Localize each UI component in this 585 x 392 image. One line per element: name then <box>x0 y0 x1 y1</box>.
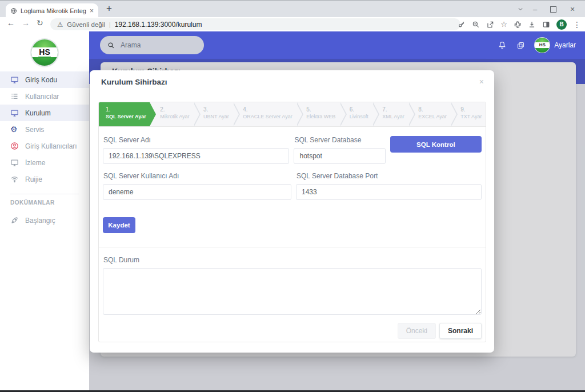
wizard-steps: 1. SQL Server Ayar 2. Mikrotik Ayar 3. U… <box>99 102 486 127</box>
bookmark-star-icon[interactable]: ☆ <box>500 20 507 29</box>
window-maximize-button[interactable] <box>550 2 556 16</box>
list-icon <box>10 92 19 101</box>
sql-status-textarea[interactable] <box>103 268 482 315</box>
browser-tab[interactable]: Loglama Mikrotik Entegrasyon Gi × <box>6 3 98 18</box>
forward-button[interactable]: → <box>22 18 30 27</box>
step-oracle[interactable]: 4. ORACLE Server Ayar <box>233 102 296 126</box>
extensions-puzzle-icon[interactable] <box>514 21 522 29</box>
browser-tab-strip: Loglama Mikrotik Entegrasyon Gi × + – × <box>0 0 585 18</box>
step-mikrotik[interactable]: 2. Mikrotik Ayar <box>150 102 193 126</box>
user-avatar: HS <box>535 38 550 53</box>
settings-label: Ayarlar <box>554 41 576 49</box>
database-label: SQL Server Database <box>294 136 385 144</box>
sidebar-item-label: Kurulum <box>25 109 51 117</box>
username-label: SQL Server Kullanıcı Adı <box>103 172 291 180</box>
back-button[interactable]: ← <box>7 18 15 27</box>
bell-icon[interactable] <box>498 41 507 50</box>
sidebar-item-label: Ruijie <box>25 175 42 183</box>
tab-search-chevron-icon[interactable] <box>517 2 524 16</box>
sidebar-item-label: Servis <box>25 126 44 134</box>
sidebar-item-label: Başlangıç <box>25 217 55 225</box>
sidebar-item-label: Giriş Kodu <box>25 76 57 84</box>
step-sql-server[interactable]: 1. SQL Server Ayar <box>99 102 150 126</box>
sidebar-divider <box>10 194 79 194</box>
sidebar-item-giris-kullanicilari[interactable]: Giriş Kullanıcıları <box>0 138 89 154</box>
address-bar[interactable]: ⚠ Güvenli değil | 192.168.1.139:3000/kur… <box>50 18 460 30</box>
screenshot-root: Loglama Mikrotik Entegrasyon Gi × + – × … <box>0 0 585 392</box>
sql-status-label: SQL Durum <box>103 256 482 264</box>
window-minimize-button[interactable]: – <box>533 2 537 16</box>
search-pill[interactable] <box>100 36 204 54</box>
sidebar-item-izleme[interactable]: İzleme <box>0 154 89 171</box>
gear-icon: ⚙ <box>10 125 19 134</box>
server-name-input[interactable] <box>103 148 289 164</box>
new-tab-button[interactable]: + <box>106 3 112 14</box>
share-icon[interactable] <box>486 21 494 29</box>
setup-wizard-dialog: Kurulum Sihirbazı × 1. SQL Server Ayar 2… <box>90 70 494 353</box>
sidebar-item-baslangic[interactable]: Başlangıç <box>0 212 89 229</box>
tab-title: Loglama Mikrotik Entegrasyon Gi <box>21 7 86 14</box>
app-topbar: HS Ayarlar <box>89 31 585 59</box>
app-logo-text: HS <box>38 47 50 58</box>
app-logo: HS <box>31 39 58 66</box>
close-icon[interactable]: × <box>479 78 484 86</box>
download-icon[interactable] <box>528 21 536 29</box>
monitor-icon <box>10 158 19 167</box>
sidebar-item-label: İzleme <box>25 159 45 167</box>
sidebar-item-kullanicilar[interactable]: Kullanıcılar <box>0 88 89 105</box>
key-icon[interactable] <box>458 21 466 29</box>
monitor-icon <box>10 109 19 117</box>
tab-close-icon[interactable]: × <box>90 7 94 14</box>
wifi-icon <box>10 175 19 183</box>
url-text: 192.168.1.139:3000/kurulum <box>115 21 202 29</box>
browser-profile-avatar[interactable]: B <box>556 19 567 30</box>
sidebar-item-servis[interactable]: ⚙ Servis <box>0 121 89 138</box>
monitor-icon <box>10 75 19 84</box>
next-button[interactable]: Sonraki <box>439 323 482 339</box>
window-close-button[interactable]: × <box>570 2 575 16</box>
url-divider: | <box>109 21 111 28</box>
server-name-label: SQL Server Adı <box>103 136 289 144</box>
kebab-menu-icon[interactable]: ⋮ <box>573 20 581 29</box>
port-input[interactable] <box>296 184 482 200</box>
sidebar-item-ruijie[interactable]: Ruijie <box>0 171 89 187</box>
sidebar-item-giris-kodu[interactable]: Giriş Kodu <box>0 71 89 88</box>
layers-icon[interactable] <box>516 41 525 50</box>
wizard-body: SQL Server Adı SQL Server Database SQL K… <box>99 127 486 342</box>
dialog-title: Kurulum Sihirbazı <box>90 70 494 86</box>
user-circle-icon <box>10 142 19 150</box>
section-divider <box>99 247 486 247</box>
wizard-panel: 1. SQL Server Ayar 2. Mikrotik Ayar 3. U… <box>98 102 486 342</box>
security-label: Güvenli değil <box>67 21 105 28</box>
sidebar-item-label: Giriş Kullanıcıları <box>25 142 77 150</box>
database-input[interactable] <box>294 148 385 164</box>
previous-button[interactable]: Önceki <box>398 323 436 339</box>
browser-toolbar: ← → ↻ ⚠ Güvenli değil | 192.168.1.139:30… <box>0 17 585 32</box>
search-input[interactable] <box>119 41 185 50</box>
rocket-icon <box>10 216 19 225</box>
username-input[interactable] <box>103 184 291 200</box>
reload-button[interactable]: ↻ <box>37 18 43 27</box>
zoom-icon[interactable] <box>472 21 480 29</box>
side-panel-icon[interactable] <box>542 21 550 29</box>
port-label: SQL Server Database Port <box>296 172 482 180</box>
warning-icon: ⚠ <box>57 21 63 29</box>
sidebar-item-label: Kullanıcılar <box>25 93 59 101</box>
sidebar: HS Giriş Kodu Kullanıcılar <box>0 31 89 390</box>
globe-icon <box>10 7 17 14</box>
search-icon <box>107 42 115 49</box>
sql-check-button[interactable]: SQL Kontrol <box>390 136 482 153</box>
sidebar-section-header: DOKÜMANLAR <box>0 199 89 206</box>
save-button[interactable]: Kaydet <box>103 217 135 233</box>
sidebar-item-kurulum[interactable]: Kurulum <box>0 105 89 121</box>
user-menu[interactable]: HS Ayarlar <box>535 38 576 53</box>
